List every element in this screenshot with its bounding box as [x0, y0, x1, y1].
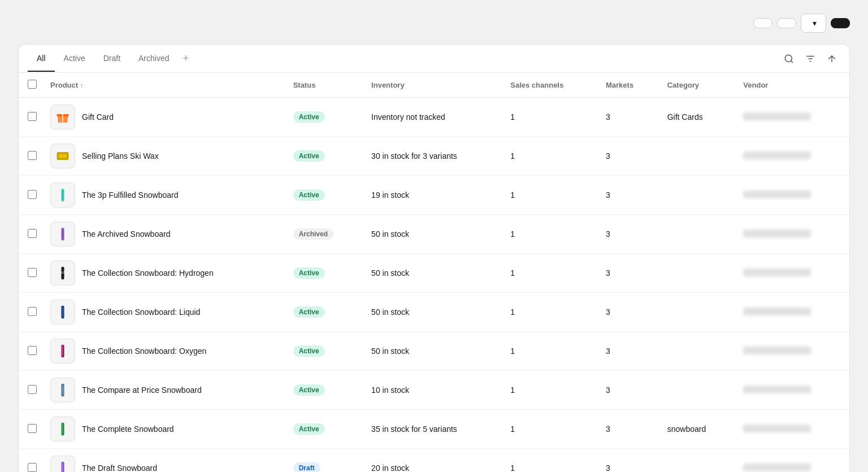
sales-channels-cell: 1 — [501, 332, 597, 371]
tab-add-button[interactable]: + — [179, 45, 194, 72]
status-badge: Archived — [293, 228, 333, 240]
table-row[interactable]: Gift Card ActiveInventory not tracked13G… — [19, 98, 849, 137]
vendor-cell — [734, 254, 849, 293]
status-cell: Active — [284, 98, 362, 137]
table-row[interactable]: The Collection Snowboard: Liquid Active5… — [19, 293, 849, 332]
tab-archived[interactable]: Archived — [129, 46, 178, 72]
more-actions-button[interactable]: ▾ — [801, 14, 826, 33]
table-row[interactable]: The Archived Snowboard Archived50 in sto… — [19, 215, 849, 254]
row-checkbox-cell — [19, 176, 41, 215]
vendor-cell — [734, 332, 849, 371]
row-checkbox-6[interactable] — [28, 307, 37, 316]
export-button[interactable] — [753, 18, 772, 28]
vendor-cell — [734, 371, 849, 410]
product-thumbnail — [50, 144, 75, 168]
row-checkbox-8[interactable] — [28, 385, 37, 394]
inventory-cell: 19 in stock — [362, 176, 501, 215]
inventory-cell: 50 in stock — [362, 215, 501, 254]
add-product-button[interactable] — [831, 18, 850, 28]
status-cell: Archived — [284, 215, 362, 254]
product-thumbnail — [50, 378, 75, 402]
select-all-checkbox[interactable] — [28, 80, 37, 89]
row-checkbox-5[interactable] — [28, 268, 37, 277]
category-cell: Gift Cards — [658, 98, 735, 137]
category-cell — [658, 449, 735, 473]
svg-rect-14 — [62, 228, 63, 239]
svg-rect-25 — [62, 424, 63, 434]
status-badge: Active — [293, 267, 325, 279]
product-name: Selling Plans Ski Wax — [82, 151, 159, 161]
table-row[interactable]: The Draft Snowboard Draft20 in stock13 — [19, 449, 849, 473]
status-badge: Active — [293, 384, 325, 396]
table-row[interactable]: The 3p Fulfilled Snowboard Active19 in s… — [19, 176, 849, 215]
markets-cell: 3 — [597, 332, 658, 371]
tab-all[interactable]: All — [28, 46, 55, 72]
table-row[interactable]: The Complete Snowboard Active35 in stock… — [19, 410, 849, 449]
row-checkbox-4[interactable] — [28, 229, 37, 238]
svg-rect-21 — [62, 346, 63, 356]
inventory-cell: 35 in stock for 5 variants — [362, 410, 501, 449]
sales-channels-cell: 1 — [501, 410, 597, 449]
status-cell: Active — [284, 332, 362, 371]
sales-channels-cell: 1 — [501, 449, 597, 473]
category-column-header: Category — [658, 73, 735, 98]
table-row[interactable]: The Collection Snowboard: Oxygen Active5… — [19, 332, 849, 371]
markets-cell: 3 — [597, 449, 658, 473]
row-checkbox-cell — [19, 254, 41, 293]
status-badge: Active — [293, 150, 325, 162]
select-all-header[interactable] — [19, 73, 41, 98]
svg-rect-10 — [59, 154, 67, 158]
product-thumbnail: H2 — [50, 261, 75, 285]
table-row[interactable]: Selling Plans Ski Wax Active30 in stock … — [19, 137, 849, 176]
search-icon — [784, 54, 794, 64]
table-row[interactable]: The Compare at Price Snowboard Active10 … — [19, 371, 849, 410]
tab-active[interactable]: Active — [55, 46, 94, 72]
product-name: The Collection Snowboard: Oxygen — [82, 347, 206, 356]
row-checkbox-10[interactable] — [28, 463, 37, 472]
category-cell — [658, 254, 735, 293]
product-name: The Archived Snowboard — [82, 229, 170, 239]
chevron-down-icon: ▾ — [813, 19, 817, 28]
header-actions: ▾ — [753, 14, 850, 33]
markets-cell: 3 — [597, 176, 658, 215]
row-checkbox-2[interactable] — [28, 151, 37, 160]
vendor-blurred — [743, 464, 811, 471]
category-cell — [658, 332, 735, 371]
category-cell: snowboard — [658, 410, 735, 449]
row-checkbox-9[interactable] — [28, 424, 37, 433]
vendor-blurred — [743, 151, 811, 159]
vendor-cell — [734, 137, 849, 176]
markets-cell: 3 — [597, 293, 658, 332]
sales-channels-column-header: Sales channels — [501, 73, 597, 98]
svg-text:H2: H2 — [61, 271, 65, 274]
markets-cell: 3 — [597, 215, 658, 254]
category-cell — [658, 215, 735, 254]
import-button[interactable] — [777, 18, 796, 28]
category-cell — [658, 293, 735, 332]
status-column-header: Status — [284, 73, 362, 98]
row-checkbox-3[interactable] — [28, 190, 37, 199]
row-checkbox-1[interactable] — [28, 112, 37, 121]
vendor-cell — [734, 176, 849, 215]
markets-cell: 3 — [597, 137, 658, 176]
markets-cell: 3 — [597, 254, 658, 293]
tab-draft[interactable]: Draft — [94, 46, 129, 72]
inventory-column-header: Inventory — [362, 73, 501, 98]
svg-rect-19 — [62, 307, 64, 317]
row-checkbox-7[interactable] — [28, 346, 37, 355]
filter-button[interactable] — [802, 50, 819, 67]
table-row[interactable]: H2 The Collection Snowboard: Hydrogen Ac… — [19, 254, 849, 293]
sales-channels-cell: 1 — [501, 137, 597, 176]
product-cell: The Complete Snowboard — [41, 410, 284, 449]
product-name: The Compare at Price Snowboard — [82, 386, 202, 395]
product-thumbnail — [50, 417, 75, 441]
vendor-blurred — [743, 308, 811, 315]
sales-channels-cell: 1 — [501, 254, 597, 293]
sort-button[interactable] — [823, 50, 840, 67]
status-cell: Active — [284, 137, 362, 176]
sales-channels-cell: 1 — [501, 371, 597, 410]
search-button[interactable] — [780, 50, 797, 67]
product-column-header[interactable]: Product ↑ — [41, 73, 284, 98]
products-table-wrapper: Product ↑ Status Inventory Sales channel… — [19, 73, 849, 472]
filter-icon — [805, 54, 815, 64]
